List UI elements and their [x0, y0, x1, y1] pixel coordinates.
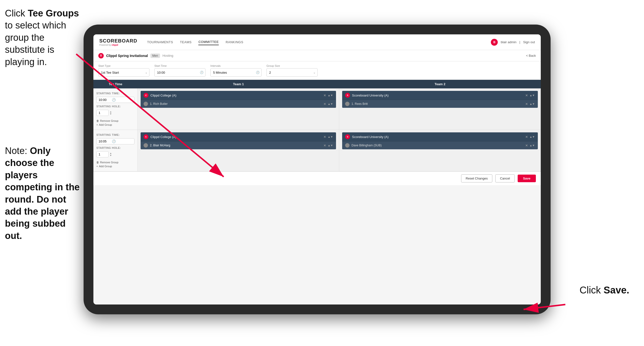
trash-icon-2: 🗑 [96, 161, 99, 164]
starting-time-input-1[interactable]: 🕐 [96, 97, 134, 103]
team1-group1-player1-close-icon[interactable]: ✕ [324, 102, 326, 106]
team2-group2-player1-stepper-icon[interactable]: ▲▼ [530, 144, 535, 147]
nav-rankings[interactable]: RANKINGS [226, 39, 243, 45]
team1-group1-header[interactable]: C Clippd College (A) ✕ ▲▼ [140, 91, 336, 100]
tee-row-2-left: STARTING TIME: 🕐 STARTING HOLE: ▲▼ 🗑 Rem… [94, 130, 138, 171]
cancel-button[interactable]: Cancel [495, 174, 514, 182]
intervals-group: Intervals 🕐 [210, 64, 262, 77]
starting-time-label-1: STARTING TIME: [96, 92, 134, 95]
team2-group1-name: Scoreboard University (A) [352, 94, 523, 97]
starting-hole-label-1: STARTING HOLE: [96, 105, 134, 108]
team1-group1-name: Clippd College (A) [150, 94, 322, 97]
team1-group1-player1-stepper-icon[interactable]: ▲▼ [328, 102, 333, 105]
starting-hole-wrapper-2: ▲▼ [96, 151, 134, 157]
note-bold: Only choose the players competing in the… [5, 146, 80, 241]
start-time-input[interactable] [154, 68, 206, 77]
team2-group2-name: Scoreboard University (A) [352, 135, 523, 139]
starting-time-field-2[interactable] [98, 139, 110, 143]
team1-group1-player1-name: 1. Rich Butler [150, 102, 322, 106]
logo-area: SCOREBOARD Powered by clippd [99, 38, 137, 46]
team2-group1-player1-avatar [345, 102, 350, 106]
team1-group1-avatar: C [144, 93, 148, 98]
nav-avatar: B [491, 39, 498, 46]
intervals-input[interactable] [210, 68, 262, 77]
sub-avatar: B [98, 53, 104, 58]
team2-group2-player1-controls: ✕ ▲▼ [525, 144, 535, 147]
team1-group1-close-icon[interactable]: ✕ [324, 94, 326, 97]
team2-group1-player1-stepper-icon[interactable]: ▲▼ [530, 102, 535, 105]
team1-group2-player-1: 2. Blair McHarg ✕ ▲▼ [140, 141, 336, 149]
team1-group2-controls: ✕ ▲▼ [324, 135, 333, 139]
team1-group2-player1-close-icon[interactable]: ✕ [324, 144, 326, 147]
team2-group2-header[interactable]: S Scoreboard University (A) ✕ ▲▼ [342, 132, 538, 141]
back-button[interactable]: < Back [526, 54, 536, 57]
nav-tournaments[interactable]: TOURNAMENTS [147, 39, 173, 45]
team1-group2-player1-controls: ✕ ▲▼ [324, 144, 333, 147]
logo-clippd: clippd [112, 44, 118, 46]
team1-group1-stepper-icon[interactable]: ▲▼ [328, 94, 333, 97]
nav-teams[interactable]: TEAMS [180, 39, 192, 45]
reset-changes-button[interactable]: Reset Changes [461, 174, 492, 182]
sub-header: B Clippd Spring Invitational Men Hosting… [94, 50, 541, 61]
starting-time-input-2[interactable]: 🕐 [96, 138, 134, 144]
team2-group1-player1-controls: ✕ ▲▼ [525, 102, 535, 106]
hole-stepper-1[interactable]: ▲▼ [110, 111, 112, 115]
add-group-label-1: Add Group [99, 123, 112, 126]
start-type-input[interactable] [98, 68, 150, 77]
nav-right: B blair admin | Sign out [491, 39, 535, 46]
save-button[interactable]: Save [518, 175, 536, 182]
starting-time-field-1[interactable] [98, 98, 110, 102]
tee-groups-bold: Tee Groups [28, 8, 79, 18]
team1-group2-close-icon[interactable]: ✕ [324, 135, 326, 139]
nav-committee[interactable]: COMMITTEE [198, 39, 219, 45]
team1-group1-card: C Clippd College (A) ✕ ▲▼ 1. Rich Butler [140, 91, 336, 108]
nav-separator: | [520, 40, 520, 44]
add-group-label-2: Add Group [99, 165, 112, 168]
add-icon-2: + [96, 165, 98, 168]
remove-group-label-1: Remove Group [100, 119, 118, 122]
tablet-shell: SCOREBOARD Powered by clippd TOURNAMENTS… [84, 24, 550, 314]
group-size-input[interactable] [266, 68, 318, 77]
team2-group1-header[interactable]: S Scoreboard University (A) ✕ ▲▼ [342, 91, 538, 100]
clock-icon-1: 🕐 [112, 98, 116, 102]
hole-stepper-2[interactable]: ▲▼ [110, 152, 112, 157]
instruction-top: Click Tee Groups to select which group t… [5, 7, 81, 68]
team2-group2-close-icon[interactable]: ✕ [525, 135, 528, 139]
team1-group2-header[interactable]: C Clippd College (A) ✕ ▲▼ [140, 132, 336, 141]
remove-group-btn-2[interactable]: 🗑 Remove Group [96, 161, 134, 164]
tablet-screen: SCOREBOARD Powered by clippd TOURNAMENTS… [94, 34, 541, 305]
start-type-wrapper: ⌄ [98, 68, 150, 77]
team2-group1-player1-close-icon[interactable]: ✕ [525, 102, 528, 106]
starting-hole-input-2[interactable] [96, 151, 109, 157]
click-save-text: Click Save. [580, 285, 629, 296]
team1-col-header: Team 1 [138, 80, 339, 88]
remove-group-btn-1[interactable]: 🗑 Remove Group [96, 119, 134, 122]
team1-group2-player1-stepper-icon[interactable]: ▲▼ [328, 144, 333, 147]
nav-username: blair admin [501, 40, 516, 44]
add-group-btn-1[interactable]: + Add Group [96, 123, 134, 126]
start-type-label: Start Type [98, 64, 150, 67]
tee-time-col-header: Tee Time [94, 80, 138, 88]
logo-powered: Powered by clippd [99, 44, 137, 46]
team1-group2-stepper-icon[interactable]: ▲▼ [328, 135, 333, 138]
team2-group2-avatar: S [345, 134, 350, 139]
team2-group2-stepper-icon[interactable]: ▲▼ [530, 135, 535, 138]
add-group-btn-2[interactable]: + Add Group [96, 165, 134, 168]
team2-group2-player1-close-icon[interactable]: ✕ [525, 144, 528, 147]
tee-row-1-left: STARTING TIME: 🕐 STARTING HOLE: ▲▼ 🗑 Rem… [94, 88, 138, 130]
team2-group1-player-1: 1. Rees Britt ✕ ▲▼ [342, 100, 538, 108]
team1-group1-player-1: 1. Rich Butler ✕ ▲▼ [140, 100, 336, 108]
starting-hole-input-1[interactable] [96, 110, 109, 116]
team1-group2-name: Clippd College (A) [150, 135, 322, 139]
instruction-text-1: Click [5, 8, 28, 18]
team2-group1-stepper-icon[interactable]: ▲▼ [530, 94, 535, 97]
team2-group2: S Scoreboard University (A) ✕ ▲▼ Dave Bi… [339, 130, 541, 171]
bottom-bar: Reset Changes Cancel Save [94, 171, 541, 185]
sub-header-left: B Clippd Spring Invitational Men Hosting [98, 53, 173, 58]
nav-signout[interactable]: Sign out [523, 40, 535, 44]
team2-group1-controls: ✕ ▲▼ [525, 94, 535, 97]
team1-group2: C Clippd College (A) ✕ ▲▼ 2. Blair McHar… [138, 130, 339, 171]
team2-group1-close-icon[interactable]: ✕ [525, 94, 528, 97]
team1-group1-controls: ✕ ▲▼ [324, 94, 333, 97]
start-type-group: Start Type ⌄ [98, 64, 150, 77]
